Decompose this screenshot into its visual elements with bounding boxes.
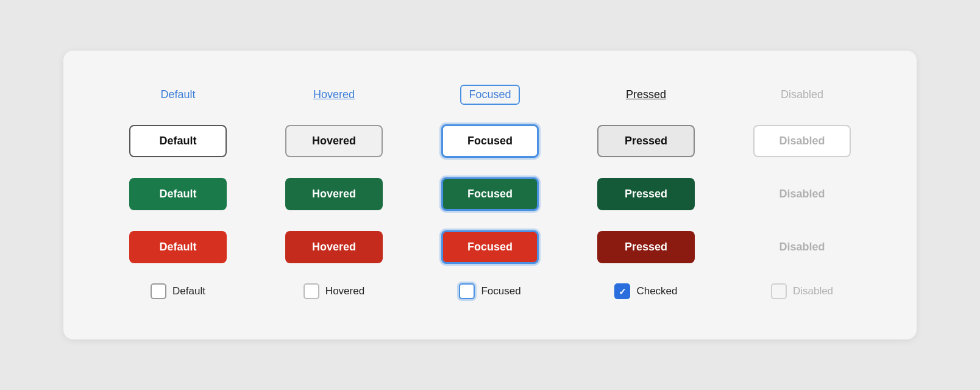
header-cell-pressed: Pressed <box>568 79 724 111</box>
red-pressed-cell: Pressed <box>568 221 724 273</box>
green-disabled-cell: Disabled <box>724 169 880 219</box>
checkbox-checked-cell: ✓ Checked <box>568 274 724 309</box>
checkbox-disabled-label: Disabled <box>793 285 833 297</box>
green-pressed-button[interactable]: Pressed <box>597 178 695 210</box>
header-cell-focused: Focused <box>412 75 568 115</box>
red-disabled-cell: Disabled <box>724 222 880 272</box>
outline-pressed-button[interactable]: Pressed <box>597 125 695 157</box>
checkbox-disabled-cell: Disabled <box>724 274 880 309</box>
checkbox-focused-label: Focused <box>481 285 520 297</box>
red-pressed-button[interactable]: Pressed <box>597 231 695 263</box>
header-cell-disabled: Disabled <box>724 79 880 111</box>
green-hovered-cell: Hovered <box>256 168 412 220</box>
checkbox-hovered-cell: Hovered <box>256 274 412 309</box>
green-focused-cell: Focused <box>412 168 568 221</box>
checkbox-disabled-wrap: Disabled <box>771 283 833 299</box>
red-disabled-button: Disabled <box>753 232 851 262</box>
red-default-button[interactable]: Default <box>129 231 227 263</box>
header-focused-label: Focused <box>460 85 519 105</box>
outline-default-button[interactable]: Default <box>129 125 227 157</box>
checkmark-icon: ✓ <box>619 287 627 296</box>
green-default-cell: Default <box>100 168 256 220</box>
outline-disabled-button: Disabled <box>753 125 851 157</box>
checkbox-hovered-label: Hovered <box>325 285 364 297</box>
checkbox-hovered-wrap[interactable]: Hovered <box>304 283 364 299</box>
header-cell-default: Default <box>100 79 256 111</box>
checkbox-disabled-box <box>771 283 787 299</box>
checkbox-focused-cell: Focused <box>412 274 568 309</box>
outline-hovered-cell: Hovered <box>256 115 412 167</box>
header-default-label: Default <box>160 88 195 101</box>
header-pressed-label: Pressed <box>626 88 666 101</box>
green-hovered-button[interactable]: Hovered <box>285 178 383 210</box>
checkbox-default-cell: Default <box>100 274 256 309</box>
checkbox-default-label: Default <box>172 285 205 297</box>
header-cell-hovered: Hovered <box>256 79 412 111</box>
red-hovered-cell: Hovered <box>256 221 412 273</box>
outline-focused-button[interactable]: Focused <box>441 124 539 158</box>
outline-focused-cell: Focused <box>412 115 568 168</box>
main-card: Default Hovered Focused Pressed Disabled… <box>63 51 917 339</box>
green-focused-button[interactable]: Focused <box>441 177 539 211</box>
red-focused-cell: Focused <box>412 221 568 274</box>
state-grid: Default Hovered Focused Pressed Disabled… <box>100 75 880 309</box>
header-hovered-label: Hovered <box>313 88 355 101</box>
checkbox-default-wrap[interactable]: Default <box>151 283 205 299</box>
checkbox-hovered-box[interactable] <box>304 283 319 299</box>
checkbox-focused-wrap[interactable]: Focused <box>459 283 520 299</box>
green-disabled-button: Disabled <box>753 179 851 209</box>
green-default-button[interactable]: Default <box>129 178 227 210</box>
header-disabled-label: Disabled <box>781 88 823 101</box>
green-pressed-cell: Pressed <box>568 168 724 220</box>
checkbox-focused-box[interactable] <box>459 283 475 299</box>
outline-pressed-cell: Pressed <box>568 115 724 167</box>
outline-hovered-button[interactable]: Hovered <box>285 125 383 157</box>
checkbox-checked-box[interactable]: ✓ <box>614 283 630 299</box>
checkbox-checked-wrap[interactable]: ✓ Checked <box>614 283 677 299</box>
red-hovered-button[interactable]: Hovered <box>285 231 383 263</box>
outline-disabled-cell: Disabled <box>724 115 880 167</box>
red-focused-button[interactable]: Focused <box>441 230 539 264</box>
checkbox-default-box[interactable] <box>151 283 166 299</box>
red-default-cell: Default <box>100 221 256 273</box>
outline-default-cell: Default <box>100 115 256 167</box>
checkbox-checked-label: Checked <box>636 285 677 297</box>
